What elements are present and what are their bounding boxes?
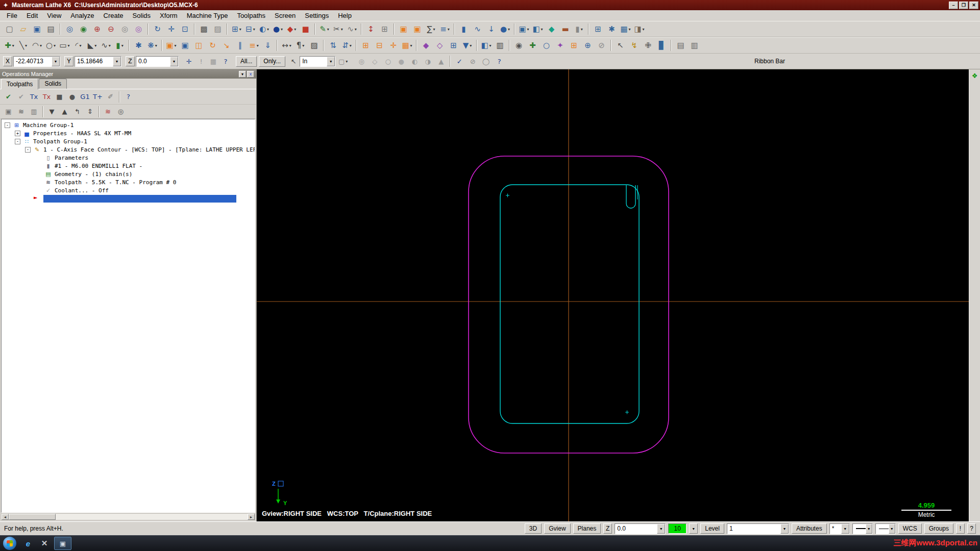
panel-dock-dropdown-button[interactable]: ▼ [239, 71, 246, 78]
dropdown-arrow-icon[interactable]: ▾ [257, 43, 259, 48]
help-button[interactable]: ? [967, 523, 976, 534]
stock-model-icon[interactable]: ▮ ▾ [572, 22, 586, 36]
analyze-entity-icon[interactable]: ↕ [364, 22, 378, 36]
tab-toolpaths[interactable]: Toolpaths [1, 79, 38, 89]
material-icon[interactable]: ◆ ▾ [285, 22, 299, 36]
section-view-icon[interactable]: ◧ ▾ [531, 22, 545, 36]
dynamic-gnomon2-icon[interactable]: ▣ [410, 22, 424, 36]
dropdown-arrow-icon[interactable]: ▾ [109, 43, 111, 48]
xform-translate-icon[interactable]: ▣ ▾ [164, 39, 178, 52]
scroll-left-button[interactable]: ◄ [2, 514, 9, 520]
dropdown-arrow-icon[interactable]: ▾ [527, 27, 529, 32]
dropdown-arrow-icon[interactable]: ▾ [68, 43, 70, 48]
tree-item-properties[interactable]: + ▅ Properties - HAAS SL 4X MT-MM [2, 129, 255, 137]
z-coordinate-value[interactable]: 0.0 [138, 58, 147, 65]
screen-capture-icon[interactable]: ◉ [512, 39, 526, 52]
menu-item[interactable]: Create [99, 11, 128, 21]
sketcher-icon[interactable]: ∿ ▾ [345, 22, 359, 36]
dropdown-arrow-icon[interactable]: ▾ [25, 43, 27, 48]
create-chamfer-icon[interactable]: ◣ ▾ [85, 39, 99, 52]
chook-icon[interactable]: ◆ [419, 39, 433, 52]
shading-icon[interactable]: ● ▾ [271, 22, 285, 36]
chevron-down-icon[interactable]: ▼ [113, 57, 121, 66]
detail-icon[interactable]: ▥ [688, 39, 701, 52]
selected-operation-row[interactable] [2, 194, 255, 203]
xform-project-icon[interactable]: ⇓ [261, 39, 275, 52]
filter-icon[interactable]: ⇵ ▾ [340, 39, 354, 52]
dropdown-arrow-icon[interactable]: ▾ [581, 27, 583, 32]
tree-item-toolpath-file[interactable]: ≋ Toolpath - 5.5K - T.NC - Program # 0 [2, 178, 255, 186]
net-hook-icon[interactable]: ⊞ [447, 39, 460, 52]
dropdown-arrow-icon[interactable]: ▾ [253, 27, 255, 32]
planes-button[interactable]: Planes [573, 523, 601, 534]
multi-threading-icon[interactable]: ◨ ▾ [632, 22, 646, 36]
dropdown-arrow-icon[interactable]: ▾ [489, 43, 492, 48]
attributes-pen-icon[interactable]: ✎ ▾ [317, 22, 331, 36]
pages-icon[interactable]: ▤ [674, 39, 688, 52]
scrollbar-thumb[interactable] [9, 514, 56, 520]
tree-item-coolant[interactable]: ✓ Coolant... - Off [2, 186, 255, 194]
cylinder-icon[interactable]: ● ▾ [498, 22, 512, 36]
tree-item-operation-1[interactable]: - ✎ 1 - C-Axis Face Contour - [WCS: TOP]… [2, 145, 255, 154]
select-no-operations-icon[interactable]: ✔ [15, 91, 28, 103]
menu-item[interactable]: Screen [270, 11, 300, 21]
dropdown-arrow-icon[interactable]: ▾ [94, 43, 96, 48]
z-coordinate-button[interactable]: Z [126, 56, 135, 66]
menu-item[interactable]: View [42, 11, 66, 21]
z-depth-button[interactable]: Z [603, 523, 612, 534]
select-intersect-icon[interactable]: ◐ [408, 55, 421, 68]
green-cube-icon[interactable]: ❖ [972, 72, 978, 80]
hatch-grid-icon[interactable]: ⊞ [567, 39, 581, 52]
dynamic-gnomon-icon[interactable]: ▣ [397, 22, 410, 36]
select-result-icon[interactable]: ◎ [355, 55, 368, 68]
solid-extrude-icon[interactable]: ▮ [457, 22, 471, 36]
dropdown-arrow-icon[interactable]: ▾ [541, 27, 543, 32]
dropdown-arrow-icon[interactable]: ▾ [155, 43, 157, 48]
units-combo[interactable]: In ▼ [300, 56, 335, 67]
zoom-window-icon[interactable]: ◎ [63, 22, 77, 36]
color-bar-icon[interactable]: ▥ [493, 39, 507, 52]
high-feed-icon[interactable]: T+ [91, 91, 104, 103]
lock-operations-icon[interactable]: ▣ [2, 106, 15, 117]
dropdown-arrow-icon[interactable]: ▾ [121, 43, 124, 48]
dropdown-arrow-icon[interactable]: ▾ [54, 43, 56, 48]
create-fillet-icon[interactable]: ◜ ▾ [71, 39, 85, 52]
mastercam-task-button[interactable]: ▣ [54, 537, 71, 550]
runold-icon[interactable]: ◇ [433, 39, 447, 52]
toolpath-filter-icon[interactable]: ≋ [102, 106, 114, 117]
dropdown-arrow-icon[interactable]: ▾ [433, 27, 435, 32]
operations-list-icon[interactable]: ≡ ▾ [438, 22, 452, 36]
units-value[interactable]: In [302, 58, 307, 65]
clear-colors-icon[interactable]: ▨ [211, 22, 225, 36]
xform-scale-icon[interactable]: ↘ [219, 39, 233, 52]
chevron-down-icon[interactable]: ▼ [780, 524, 789, 534]
menu-item[interactable]: Solids [128, 11, 155, 21]
stock-display-icon[interactable]: ■ [299, 22, 312, 36]
tree-item-parameters[interactable]: ▯ Parameters [2, 154, 255, 162]
select-sphere-icon[interactable]: ◯ [479, 55, 493, 68]
select-window-icon[interactable]: ○ [381, 55, 395, 68]
select-only-button[interactable]: Only... [259, 56, 285, 67]
chevron-down-icon[interactable]: ▼ [52, 57, 60, 66]
scroll-right-button[interactable]: ► [248, 514, 255, 520]
image-capture-icon[interactable]: ▦ [207, 55, 219, 68]
regen-all-dirty-icon[interactable]: Tx [40, 91, 53, 103]
dropdown-arrow-icon[interactable]: ▾ [267, 27, 269, 32]
dropdown-arrow-icon[interactable]: ▾ [346, 59, 348, 64]
grid-snap-icon[interactable]: ⊞ [359, 39, 373, 52]
verify-icon[interactable]: ● [66, 91, 79, 103]
dropdown-arrow-icon[interactable]: ▾ [341, 27, 343, 32]
toggle-toolpath-display-icon[interactable]: ≋ [15, 106, 28, 117]
star-icon[interactable]: ✦ [553, 39, 567, 52]
ops-help-icon[interactable]: ? [122, 91, 135, 103]
maximize-button[interactable]: ❐ [959, 2, 968, 9]
line-style-combo[interactable]: ▼ [852, 523, 873, 534]
select-all-button[interactable]: All... [236, 56, 257, 67]
point-style-value[interactable]: * [832, 525, 835, 532]
menu-item[interactable]: Help [333, 11, 356, 21]
chevron-down-icon[interactable]: ▼ [841, 524, 849, 534]
gumball-help-icon[interactable]: ? [219, 55, 232, 68]
select-clear-icon[interactable]: ⊘ [466, 55, 479, 68]
zoom-in-icon[interactable]: ⊕ [90, 22, 104, 36]
ribbon-help-icon[interactable]: ? [493, 55, 506, 68]
